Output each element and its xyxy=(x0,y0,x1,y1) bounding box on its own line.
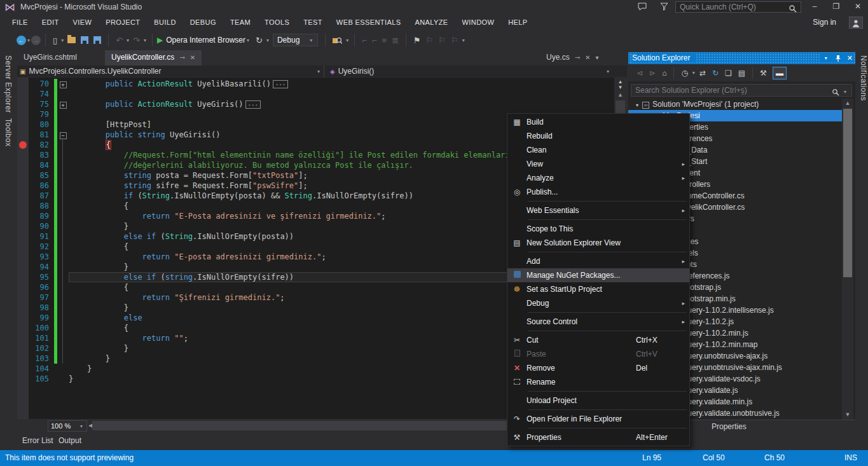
browser-select-button[interactable]: Opera Internet Browser xyxy=(166,36,245,45)
context-menu-item-clean[interactable]: Clean xyxy=(507,143,689,157)
menu-test[interactable]: TEST xyxy=(296,16,329,29)
bookmarks-dropdown-icon[interactable]: ▾ xyxy=(462,38,465,43)
context-menu-item-web-essentials[interactable]: Web Essentials▸ xyxy=(507,203,689,217)
home-icon[interactable]: ⌂ xyxy=(662,69,666,78)
increase-indent-icon[interactable]: ≣ xyxy=(392,36,399,45)
context-menu-item-source-control[interactable]: Source Control▸ xyxy=(507,315,689,329)
folding-margin[interactable]: − xyxy=(57,130,69,140)
properties-wrench-icon[interactable]: ⚒ xyxy=(760,69,767,78)
solution-explorer-scrollbar[interactable]: ▲ ▼ xyxy=(842,99,853,420)
folding-margin[interactable]: + xyxy=(57,79,69,89)
find-dropdown-icon[interactable]: ▾ xyxy=(346,38,348,43)
server-explorer-tab[interactable]: Server Explorer xyxy=(4,55,13,113)
context-menu-item-open-folder-in-file-explorer[interactable]: ↷Open Folder in File Explorer xyxy=(507,412,689,426)
menu-tools[interactable]: TOOLS xyxy=(258,16,296,29)
new-file-dropdown-icon[interactable]: ▾ xyxy=(61,38,64,43)
tab-list-dropdown-icon[interactable]: ▾ xyxy=(595,54,598,61)
scrollbar-thumb[interactable] xyxy=(843,109,852,277)
undo-dropdown-icon[interactable]: ▾ xyxy=(127,38,129,43)
member-dropdown[interactable]: ◈UyeGirisi() xyxy=(330,67,374,76)
context-menu-item-analyze[interactable]: Analyze▸ xyxy=(507,171,689,185)
context-menu-item-properties[interactable]: ⚒PropertiesAlt+Enter xyxy=(507,430,689,444)
error-list-tab[interactable]: Error List xyxy=(22,436,53,445)
context-menu-item-view[interactable]: View▸ xyxy=(507,157,689,171)
search-options-dropdown-icon[interactable]: ▾ xyxy=(844,89,846,95)
save-icon[interactable] xyxy=(81,36,88,44)
collapsed-region-box[interactable]: ... xyxy=(245,100,261,109)
bookmark-icon[interactable]: ⚑ xyxy=(413,36,421,45)
context-menu-item-add[interactable]: Add▸ xyxy=(507,254,689,268)
context-menu-item-rebuild[interactable]: Rebuild xyxy=(507,129,689,143)
code-line-70[interactable]: 70+ public ActionResult UyelikBasarili()… xyxy=(17,79,614,89)
menu-team[interactable]: TEAM xyxy=(223,16,258,29)
decrease-indent-icon[interactable]: ≡ xyxy=(382,36,387,45)
undo-icon[interactable]: ↶ xyxy=(116,36,123,45)
pending-changes-filter-icon[interactable]: ◷ xyxy=(681,69,687,78)
open-file-icon[interactable] xyxy=(67,37,76,43)
preview-selected-items-toggle[interactable]: ▬ xyxy=(773,67,787,79)
menu-window[interactable]: WINDOW xyxy=(455,16,502,29)
forward-icon[interactable]: ⊳ xyxy=(649,69,656,78)
close-tab-icon[interactable]: ✕ xyxy=(585,54,590,61)
context-menu-item-cut[interactable]: ✂CutCtrl+X xyxy=(507,333,689,347)
restore-button[interactable]: ❐ xyxy=(827,0,846,13)
context-menu-item-manage-nuget-packages[interactable]: Manage NuGet Packages... xyxy=(507,268,689,282)
refresh-icon[interactable]: ↻ xyxy=(256,36,263,45)
sign-in-link[interactable]: Sign in xyxy=(813,18,836,27)
context-menu-item-unload-project[interactable]: Unload Project xyxy=(507,394,689,408)
browser-select-dropdown-icon[interactable]: ▾ xyxy=(247,38,249,43)
tree-item-solution-mvcprojesi-1-project[interactable]: ▾∞Solution 'MvcProjesi' (1 project) xyxy=(628,99,842,110)
solution-explorer-title-bar[interactable]: Solution Explorer ▾ ✕ xyxy=(628,52,855,64)
menu-view[interactable]: VIEW xyxy=(66,16,99,29)
window-position-dropdown-icon[interactable]: ▾ xyxy=(825,55,827,61)
minimize-button[interactable]: – xyxy=(805,0,824,13)
start-debug-play-icon[interactable]: ▶ xyxy=(157,36,163,45)
scroll-up-icon[interactable]: ▲ xyxy=(843,100,852,106)
type-dropdown[interactable]: ▣MvcProjesi.Controllers.UyelikController xyxy=(20,67,162,76)
search-icon[interactable] xyxy=(832,86,839,97)
menu-build[interactable]: BUILD xyxy=(147,16,183,29)
redo-icon[interactable]: ↷ xyxy=(133,36,140,45)
filter-dropdown-icon[interactable]: ▾ xyxy=(692,70,695,76)
scroll-down-icon[interactable]: ▼ xyxy=(843,411,852,418)
solution-explorer-search-input[interactable]: Search Solution Explorer (Ctrl+ş) xyxy=(631,84,852,97)
menu-debug[interactable]: DEBUG xyxy=(183,16,223,29)
collapse-region-icon[interactable]: − xyxy=(60,132,67,139)
navigate-forward-icon[interactable]: → xyxy=(31,36,41,45)
pin-icon[interactable]: ⊸ xyxy=(575,54,580,61)
context-menu-item-debug[interactable]: Debug▸ xyxy=(507,296,689,310)
code-line-74[interactable]: 74 xyxy=(17,89,614,99)
back-icon[interactable]: ⊲ xyxy=(637,69,643,78)
menu-edit[interactable]: EDIT xyxy=(35,16,66,29)
close-button[interactable]: ✕ xyxy=(848,0,867,13)
navigate-back-icon[interactable]: ← xyxy=(17,36,26,45)
context-menu-item-publish[interactable]: ◎Publish... xyxy=(507,185,689,199)
account-person-icon[interactable] xyxy=(849,17,863,29)
pin-icon[interactable] xyxy=(835,53,841,62)
comment-out-icon[interactable]: ⌐ xyxy=(362,36,367,45)
collapsed-region-box[interactable]: ... xyxy=(273,80,288,88)
save-all-icon[interactable] xyxy=(93,36,101,44)
tab-uyelikcontroller-cs[interactable]: UyelikController.cs⊸✕ xyxy=(105,50,202,65)
context-menu-item-build[interactable]: ▦Build xyxy=(507,115,689,129)
type-dropdown-caret-icon[interactable]: ▾ xyxy=(317,69,320,74)
filter-funnel-icon[interactable] xyxy=(660,2,668,11)
feedback-icon[interactable] xyxy=(638,2,647,11)
scroll-up-icon[interactable]: ▲ xyxy=(616,92,625,98)
context-menu-item-remove[interactable]: ✕RemoveDel xyxy=(507,361,689,375)
clear-bookmarks-icon[interactable]: ⚐ xyxy=(451,36,458,45)
sync-with-active-document-icon[interactable]: ⇄ xyxy=(699,69,706,78)
close-panel-icon[interactable]: ✕ xyxy=(847,54,853,62)
show-all-files-icon[interactable]: ▤ xyxy=(738,69,745,78)
tab-uye-cs[interactable]: Uye.cs⊸✕▾ xyxy=(540,50,605,65)
output-tab[interactable]: Output xyxy=(59,436,81,445)
context-menu-item-set-as-startup-project[interactable]: ☸Set as StartUp Project xyxy=(507,282,689,296)
menu-file[interactable]: FILE xyxy=(5,16,35,29)
find-in-files-icon[interactable] xyxy=(333,35,342,45)
menu-help[interactable]: HELP xyxy=(501,16,534,29)
previous-bookmark-icon[interactable]: ⚐ xyxy=(426,36,434,45)
member-dropdown-caret-icon[interactable]: ▾ xyxy=(607,69,609,74)
navigate-back-dropdown-icon[interactable]: ▾ xyxy=(27,38,30,43)
tab-uyegiris-cshtml[interactable]: UyeGiris.cshtml xyxy=(17,50,83,65)
menu-web-essentials[interactable]: WEB ESSENTIALS xyxy=(329,16,408,29)
